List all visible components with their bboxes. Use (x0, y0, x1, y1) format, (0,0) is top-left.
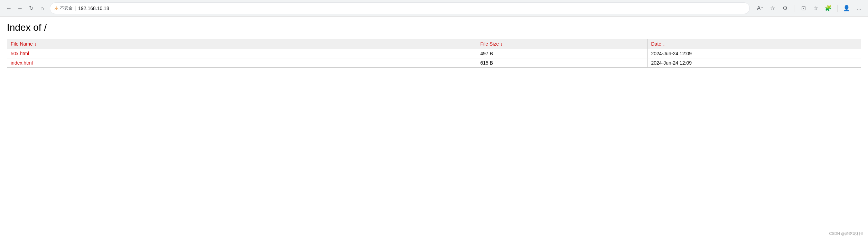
more-button[interactable]: … (854, 3, 864, 13)
file-date-cell: 2024-Jun-24 12:09 (647, 58, 861, 68)
nav-buttons: ← → ↻ ⌂ (4, 3, 47, 13)
read-aloud-icon: A↑ (757, 5, 764, 11)
favorites-bar-icon: ☆ (813, 5, 818, 11)
split-view-button[interactable]: ⊡ (799, 3, 808, 13)
page-content: Index of / File Name ↓ File Size ↓ (0, 17, 868, 73)
filename-sort-icon: ↓ (34, 41, 37, 47)
profile-icon: 👤 (843, 5, 850, 11)
filesize-header-label: File Size (480, 41, 499, 47)
address-bar[interactable]: ⚠ 不安全 | 192.168.10.18 (50, 2, 750, 14)
browser-extensions-button[interactable]: 🧩 (823, 3, 833, 13)
file-size-cell: 615 B (477, 58, 647, 68)
column-header-filename: File Name ↓ (7, 39, 477, 49)
date-header-label: Date (651, 41, 662, 47)
filename-header-label: File Name (11, 41, 33, 47)
security-label: 不安全 (60, 5, 73, 11)
profile-button[interactable]: 👤 (842, 3, 851, 13)
sort-date-link[interactable]: Date ↓ (651, 41, 665, 47)
forward-button[interactable]: → (15, 3, 25, 13)
more-icon: … (856, 5, 862, 11)
page-title: Index of / (7, 22, 861, 33)
sort-filesize-link[interactable]: File Size ↓ (480, 41, 503, 47)
toolbar-icons: A↑ ☆ ⚙ ⊡ ☆ 🧩 👤 … (755, 3, 864, 13)
home-button[interactable]: ⌂ (37, 3, 47, 13)
browser-chrome: ← → ↻ ⌂ ⚠ 不安全 | 192.168.10.18 A↑ ☆ ⚙ ⊡ ☆… (0, 0, 868, 17)
gear-icon: ⚙ (783, 5, 787, 11)
favorites-bar-button[interactable]: ☆ (811, 3, 821, 13)
file-name-cell: 50x.html (7, 49, 477, 58)
sort-filename-link[interactable]: File Name ↓ (11, 41, 37, 47)
file-size-cell: 497 B (477, 49, 647, 58)
split-icon: ⊡ (801, 5, 806, 11)
favorites-button[interactable]: ☆ (768, 3, 777, 13)
security-icon: ⚠ (54, 6, 59, 11)
back-button[interactable]: ← (4, 3, 14, 13)
file-link[interactable]: index.html (11, 60, 33, 66)
browser-settings-button[interactable]: ⚙ (780, 3, 790, 13)
url-text: 192.168.10.18 (78, 6, 109, 11)
toolbar-separator (794, 5, 794, 12)
table-row: 50x.html497 B2024-Jun-24 12:09 (7, 49, 861, 58)
toolbar-separator-2 (837, 5, 838, 12)
file-name-cell: index.html (7, 58, 477, 68)
file-table: File Name ↓ File Size ↓ Date ↓ (7, 39, 861, 68)
file-date-cell: 2024-Jun-24 12:09 (647, 49, 861, 58)
file-link[interactable]: 50x.html (11, 51, 29, 56)
table-row: index.html615 B2024-Jun-24 12:09 (7, 58, 861, 68)
column-header-filesize: File Size ↓ (477, 39, 647, 49)
column-header-date: Date ↓ (647, 39, 861, 49)
file-table-body: 50x.html497 B2024-Jun-24 12:09index.html… (7, 49, 861, 68)
read-aloud-button[interactable]: A↑ (755, 3, 765, 13)
table-header-row: File Name ↓ File Size ↓ Date ↓ (7, 39, 861, 49)
date-sort-icon: ↓ (663, 41, 665, 47)
address-divider: | (75, 5, 76, 11)
filesize-sort-icon: ↓ (500, 41, 503, 47)
extensions-icon: 🧩 (825, 5, 832, 11)
star-icon: ☆ (770, 5, 775, 11)
reload-button[interactable]: ↻ (26, 3, 36, 13)
security-warning: ⚠ 不安全 (54, 5, 73, 11)
